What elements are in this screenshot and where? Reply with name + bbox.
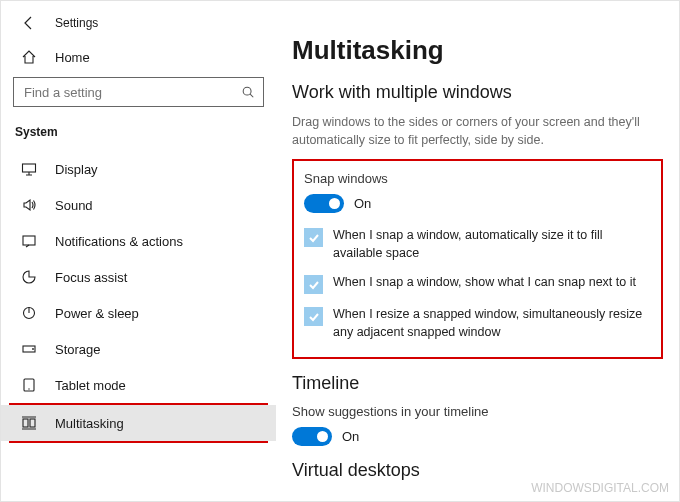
section-heading-windows: Work with multiple windows	[292, 82, 663, 103]
snap-windows-label: Snap windows	[304, 171, 651, 186]
tablet-icon	[21, 377, 37, 393]
sidebar-item-focus-assist[interactable]: Focus assist	[1, 259, 276, 295]
app-title: Settings	[55, 16, 98, 30]
check-label: When I resize a snapped window, simultan…	[333, 306, 651, 341]
svg-point-0	[243, 87, 251, 95]
storage-icon	[21, 341, 37, 357]
sidebar-item-storage[interactable]: Storage	[1, 331, 276, 367]
snap-toggle-row: On	[304, 194, 651, 213]
svg-point-5	[32, 348, 34, 350]
sound-icon	[21, 197, 37, 213]
notifications-icon	[21, 233, 37, 249]
sidebar-item-label: Multitasking	[55, 416, 124, 431]
nav-list: Display Sound Notifications & actions Fo…	[1, 151, 276, 443]
sidebar-item-label: Focus assist	[55, 270, 127, 285]
svg-rect-8	[23, 419, 28, 427]
section-heading-virtual-desktops: Virtual desktops	[292, 460, 663, 481]
multitasking-icon	[21, 415, 37, 431]
checkbox-icon	[304, 307, 323, 326]
highlight-box-snap: Snap windows On When I snap a window, au…	[292, 159, 663, 359]
timeline-toggle[interactable]	[292, 427, 332, 446]
svg-point-7	[28, 388, 29, 389]
sidebar-item-label: Power & sleep	[55, 306, 139, 321]
snap-toggle[interactable]	[304, 194, 344, 213]
sidebar-item-label: Notifications & actions	[55, 234, 183, 249]
timeline-toggle-state: On	[342, 429, 359, 444]
sidebar-home-label: Home	[55, 50, 90, 65]
header-row: Settings	[1, 11, 276, 41]
check-label: When I snap a window, automatically size…	[333, 227, 651, 262]
sidebar-item-label: Storage	[55, 342, 101, 357]
search-wrap	[1, 73, 276, 117]
snap-check-2[interactable]: When I snap a window, show what I can sn…	[304, 274, 651, 294]
power-icon	[21, 305, 37, 321]
back-icon[interactable]	[21, 15, 37, 31]
snap-toggle-state: On	[354, 196, 371, 211]
snap-check-3[interactable]: When I resize a snapped window, simultan…	[304, 306, 651, 341]
sidebar-item-label: Display	[55, 162, 98, 177]
sidebar-home[interactable]: Home	[1, 41, 276, 73]
svg-rect-2	[23, 236, 35, 245]
svg-rect-1	[23, 164, 36, 172]
sidebar: Settings Home System Display	[1, 1, 276, 501]
sidebar-item-power-sleep[interactable]: Power & sleep	[1, 295, 276, 331]
sidebar-item-tablet-mode[interactable]: Tablet mode	[1, 367, 276, 403]
sidebar-item-label: Tablet mode	[55, 378, 126, 393]
focus-assist-icon	[21, 269, 37, 285]
display-icon	[21, 161, 37, 177]
snap-check-1[interactable]: When I snap a window, automatically size…	[304, 227, 651, 262]
watermark: WINDOWSDIGITAL.COM	[531, 481, 669, 495]
timeline-sub-label: Show suggestions in your timeline	[292, 404, 663, 419]
sidebar-item-multitasking[interactable]: Multitasking	[1, 405, 276, 441]
sidebar-item-notifications[interactable]: Notifications & actions	[1, 223, 276, 259]
check-label: When I snap a window, show what I can sn…	[333, 274, 636, 292]
timeline-toggle-row: On	[292, 427, 663, 446]
highlight-box-sidebar: Multitasking	[9, 403, 268, 443]
search-box[interactable]	[13, 77, 264, 107]
sidebar-item-sound[interactable]: Sound	[1, 187, 276, 223]
search-input[interactable]	[24, 85, 241, 100]
home-icon	[21, 49, 37, 65]
svg-rect-9	[30, 419, 35, 427]
search-icon	[241, 85, 255, 99]
sidebar-category: System	[1, 117, 276, 147]
sidebar-item-label: Sound	[55, 198, 93, 213]
section-desc-windows: Drag windows to the sides or corners of …	[292, 113, 663, 149]
main-content: Multitasking Work with multiple windows …	[276, 1, 679, 501]
checkbox-icon	[304, 228, 323, 247]
section-heading-timeline: Timeline	[292, 373, 663, 394]
page-title: Multitasking	[292, 35, 663, 66]
checkbox-icon	[304, 275, 323, 294]
sidebar-item-display[interactable]: Display	[1, 151, 276, 187]
